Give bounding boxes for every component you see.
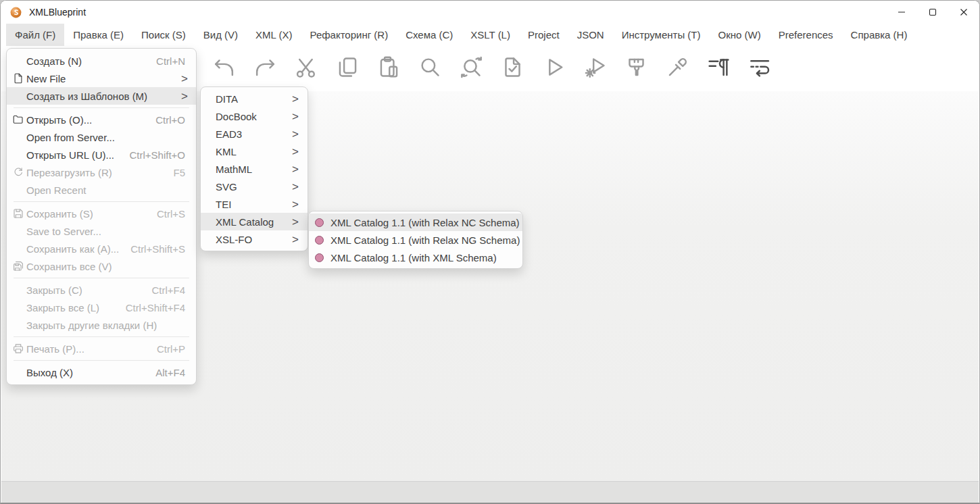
menu-item-save-all: Сохранить все (V) — [7, 257, 196, 275]
menu-item-close-all: Закрыть все (L) Ctrl+Shift+F4 — [7, 299, 196, 316]
cut-icon — [294, 55, 319, 80]
template-item-xsl-fo[interactable]: XSL-FO > — [201, 230, 308, 248]
template-item-mathml[interactable]: MathML > — [201, 160, 308, 178]
shortcut-label: F5 — [173, 167, 185, 178]
open-folder-icon — [12, 114, 26, 126]
file-menu-dropdown: Создать (N) Ctrl+N New File > Создать из… — [6, 48, 197, 385]
copy-button[interactable] — [333, 51, 362, 83]
formatting-marks-icon — [706, 55, 731, 80]
validate-button[interactable] — [497, 51, 527, 83]
find-again-button[interactable] — [456, 51, 486, 83]
toolbar — [209, 51, 775, 83]
run-button[interactable] — [539, 51, 568, 83]
application-window: XMLBlueprint Файл (F) Правка (E) Поиск (… — [0, 0, 980, 504]
menu-item-close: Закрыть (C) Ctrl+F4 — [7, 281, 196, 299]
shortcut-label: Ctrl+S — [157, 208, 185, 220]
minimize-icon — [898, 8, 906, 16]
submenu-arrow: > — [292, 93, 299, 105]
redo-icon — [253, 55, 278, 80]
menu-bar: Файл (F) Правка (E) Поиск (S) Вид (V) XM… — [1, 24, 979, 46]
template-file-icon — [315, 236, 324, 245]
submenu-arrow: > — [292, 111, 299, 122]
menu-separator — [14, 360, 189, 361]
app-logo-icon — [9, 6, 22, 19]
cut-button[interactable] — [291, 51, 321, 83]
close-icon — [960, 8, 968, 16]
new-file-icon — [12, 72, 26, 84]
menu-item-open-url[interactable]: Открыть URL (U)... Ctrl+Shift+O — [7, 146, 196, 163]
menu-json[interactable]: JSON — [568, 24, 613, 46]
menu-item-close-other-tabs: Закрыть другие вкладки (H) — [7, 316, 196, 334]
find-button[interactable] — [415, 51, 445, 83]
menu-help[interactable]: Справка (H) — [842, 24, 916, 46]
menu-schema[interactable]: Схема (C) — [397, 24, 462, 46]
template-item-docbook[interactable]: DocBook > — [201, 107, 308, 125]
menu-item-save-to-server: Save to Server... — [7, 222, 196, 240]
template-item-svg[interactable]: SVG > — [201, 178, 308, 195]
template-item-tei[interactable]: TEI > — [201, 195, 308, 213]
color-picker-icon — [665, 55, 690, 80]
menu-item-print: Печать (P)... Ctrl+P — [7, 340, 196, 357]
submenu-arrow: > — [292, 163, 299, 175]
menu-item-new-from-templates[interactable]: Создать из Шаблонов (M) > — [7, 87, 196, 105]
close-button[interactable] — [948, 1, 979, 24]
shortcut-label: Ctrl+Shift+F4 — [126, 302, 185, 313]
word-wrap-icon — [748, 55, 773, 80]
catalog-item-xml-schema[interactable]: XML Catalog 1.1 (with XML Schema) — [309, 249, 522, 266]
templates-submenu: DITA > DocBook > EAD3 > KML > MathML > S… — [200, 86, 308, 251]
template-item-kml[interactable]: KML > — [201, 143, 308, 160]
formatting-marks-button[interactable] — [704, 51, 733, 83]
run-icon — [541, 55, 566, 80]
format-brush-button[interactable] — [621, 51, 651, 83]
copy-icon — [335, 55, 360, 80]
menu-project[interactable]: Project — [519, 24, 568, 46]
shortcut-label: Ctrl+O — [155, 114, 185, 126]
save-icon — [12, 207, 26, 220]
menu-item-new[interactable]: Создать (N) Ctrl+N — [7, 52, 196, 70]
word-wrap-button[interactable] — [745, 51, 775, 83]
menu-separator — [14, 107, 189, 108]
template-item-ead3[interactable]: EAD3 > — [201, 125, 308, 143]
color-picker-button[interactable] — [662, 51, 692, 83]
format-brush-icon — [624, 55, 649, 80]
template-item-dita[interactable]: DITA > — [201, 90, 308, 107]
menu-item-open[interactable]: Открыть (O)... Ctrl+O — [7, 111, 196, 128]
submenu-arrow: > — [181, 91, 188, 102]
menu-separator — [14, 201, 189, 202]
shortcut-label: Ctrl+N — [156, 55, 185, 67]
shortcut-label: Ctrl+P — [157, 343, 185, 355]
menu-edit[interactable]: Правка (E) — [64, 24, 132, 46]
shortcut-label: Ctrl+Shift+O — [129, 149, 185, 161]
catalog-item-relax-ng[interactable]: XML Catalog 1.1 (with Relax NG Schema) — [309, 231, 522, 249]
menu-preferences[interactable]: Preferences — [770, 24, 842, 46]
paste-icon — [376, 55, 401, 80]
maximize-icon — [929, 8, 937, 16]
menu-item-exit[interactable]: Выход (X) Alt+F4 — [7, 363, 196, 381]
maximize-button[interactable] — [917, 1, 948, 24]
redo-button[interactable] — [250, 51, 280, 83]
menu-file[interactable]: Файл (F) — [6, 24, 64, 46]
menu-search[interactable]: Поиск (S) — [132, 24, 195, 46]
menu-item-open-from-server[interactable]: Open from Server... — [7, 128, 196, 146]
menu-view[interactable]: Вид (V) — [195, 24, 247, 46]
shortcut-label: Alt+F4 — [155, 367, 185, 378]
catalog-item-relax-nc[interactable]: XML Catalog 1.1 (with Relax NC Schema) — [309, 213, 522, 231]
paste-button[interactable] — [374, 51, 403, 83]
menu-xslt[interactable]: XSLT (L) — [462, 24, 519, 46]
find-icon — [418, 55, 443, 80]
undo-button[interactable] — [209, 51, 239, 83]
menu-refactoring[interactable]: Рефакторинг (R) — [301, 24, 397, 46]
template-item-xml-catalog[interactable]: XML Catalog > — [201, 213, 308, 230]
minimize-button[interactable] — [886, 1, 917, 24]
menu-separator — [14, 336, 189, 337]
print-icon — [12, 343, 26, 355]
menu-item-new-file[interactable]: New File > — [7, 70, 196, 87]
shortcut-label: Ctrl+Shift+S — [130, 243, 185, 255]
menu-tools[interactable]: Инструменты (T) — [613, 24, 710, 46]
menu-xml[interactable]: XML (X) — [247, 24, 301, 46]
menu-window[interactable]: Окно (W) — [710, 24, 770, 46]
run-configuration-button[interactable] — [580, 51, 610, 83]
status-bar — [1, 481, 979, 503]
menu-item-open-recent: Open Recent — [7, 181, 196, 199]
title-bar: XMLBlueprint — [1, 1, 979, 24]
